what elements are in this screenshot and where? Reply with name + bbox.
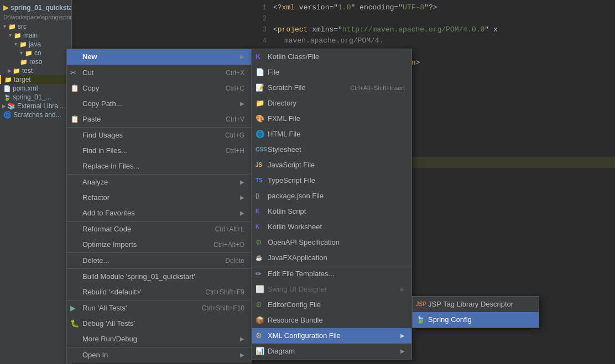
code-line-4: 4 maven.apache.org/POM/4.: [254, 35, 615, 46]
openapi-icon: ⚙: [256, 236, 262, 249]
context-menu: New ▶ ✂ Cut Ctrl+X 📋 Copy Ctrl+C Copy Pa…: [66, 49, 252, 363]
tree-src[interactable]: ▼ 📁 src: [0, 22, 71, 31]
diagram-icon: 📊: [256, 345, 264, 357]
spring-config-icon: 🍃: [416, 314, 425, 326]
menu-item-open-in[interactable]: Open In ▶: [67, 347, 251, 363]
code-line-1: 1 <?xml version="1.0" encoding="UTF-8"?>: [254, 2, 615, 13]
directory-icon: 📁: [256, 97, 264, 109]
menu-item-rebuild[interactable]: Rebuild '<default>' Ctrl+Shift+F9: [67, 284, 251, 300]
js-icon: JS: [256, 159, 262, 171]
project-panel: ▶ spring_01_quickstart D:\workspace\spri…: [0, 0, 72, 364]
diagram-arrow: ▶: [400, 345, 405, 357]
kotlin-class-icon: K: [256, 51, 260, 63]
submenu-editorconfig[interactable]: ⚙ EditorConfig File: [252, 297, 411, 313]
tree-target[interactable]: 📁 target: [0, 75, 71, 84]
scratch-icon: 📝: [256, 82, 264, 94]
submenu-jsp-tag[interactable]: JSP JSP Tag Library Descriptor: [413, 297, 539, 312]
ts-icon: TS: [256, 175, 263, 187]
submenu-new: K Kotlin Class/File 📄 File 📝 Scratch Fil…: [252, 49, 412, 360]
submenu-kotlin-script[interactable]: K Kotlin Script: [252, 204, 411, 219]
submenu-javafx[interactable]: ☕ JavaFXApplication: [252, 250, 411, 266]
project-title: ▶ spring_01_quickstart: [0, 2, 71, 13]
menu-item-add-to-favorites[interactable]: Add to Favorites ▶: [67, 205, 251, 221]
more-run-arrow: ▶: [240, 333, 244, 345]
menu-item-delete[interactable]: Delete... Delete: [67, 252, 251, 268]
submenu-directory[interactable]: 📁 Directory: [252, 96, 411, 111]
open-in-arrow: ▶: [240, 349, 244, 361]
fxml-icon: 🎨: [256, 113, 264, 125]
new-submenu-arrow: ▶: [240, 51, 244, 63]
submenu-swing-ui: ⬜ Swing UI Designer ▶: [252, 282, 411, 297]
submenu-html[interactable]: 🌐 HTML File: [252, 126, 411, 142]
kotlin-script-icon: K: [256, 205, 259, 218]
package-json-icon: {}: [256, 190, 259, 202]
menu-item-reformat[interactable]: Reformat Code Ctrl+Alt+L: [67, 221, 251, 237]
favorites-arrow: ▶: [240, 207, 244, 219]
swing-icon: ⬜: [256, 283, 264, 296]
submenu-resource-bundle[interactable]: 📦 Resource Bundle: [252, 313, 411, 328]
tree-pom[interactable]: 📄 pom.xml: [0, 84, 71, 93]
submenu-edit-templates[interactable]: ✏ Edit File Templates...: [252, 266, 411, 282]
css-icon: CSS: [256, 144, 267, 156]
paste-icon: 📋: [70, 113, 79, 125]
submenu-js[interactable]: JS JavaScript File: [252, 157, 411, 173]
debug-icon: 🐛: [70, 318, 79, 330]
menu-item-new[interactable]: New ▶: [67, 49, 251, 65]
submenu-xml-config[interactable]: ⚙ XML Configuration File ▶: [252, 328, 411, 344]
tree-co[interactable]: ▼ 📁 co: [0, 49, 71, 57]
menu-item-refactor[interactable]: Refactor ▶: [67, 190, 251, 205]
menu-item-copy-path[interactable]: Copy Path... ▶: [67, 96, 251, 112]
file-icon: 📄: [256, 66, 264, 78]
jsp-tag-icon: JSP: [416, 298, 426, 310]
submenu-package-json[interactable]: {} package.json File: [252, 188, 411, 204]
refactor-arrow: ▶: [240, 192, 244, 204]
tree-main[interactable]: ▼ 📁 main: [0, 31, 71, 40]
tree-test[interactable]: ▶ 📁 test: [0, 66, 71, 75]
menu-item-copy[interactable]: 📋 Copy Ctrl+C: [67, 81, 251, 96]
submenu-kotlin-worksheet[interactable]: K Kotlin Worksheet: [252, 219, 411, 235]
copy-icon: 📋: [70, 82, 79, 94]
kotlin-worksheet-icon: K: [256, 221, 259, 233]
submenu-xml-config-panel: JSP JSP Tag Library Descriptor 🍃 Spring …: [412, 296, 539, 328]
submenu-spring-config[interactable]: 🍃 Spring Config: [413, 312, 539, 328]
project-path: D:\workspace\spring\spring_01_quic...: [0, 13, 71, 22]
submenu-kotlin-class[interactable]: K Kotlin Class/File: [252, 49, 411, 65]
javafx-icon: ☕: [256, 252, 262, 264]
menu-item-analyze[interactable]: Analyze ▶: [67, 174, 251, 190]
menu-item-debug-tests[interactable]: 🐛 Debug 'All Tests': [67, 316, 251, 331]
submenu-file[interactable]: 📄 File: [252, 65, 411, 80]
html-icon: 🌐: [256, 128, 264, 140]
xml-config-arrow: ▶: [400, 330, 405, 342]
menu-item-optimize-imports[interactable]: Optimize Imports Ctrl+Alt+O: [67, 237, 251, 252]
resource-bundle-icon: 📦: [256, 314, 264, 326]
menu-item-cut[interactable]: ✂ Cut Ctrl+X: [67, 65, 251, 81]
code-line-2: 2: [254, 13, 615, 24]
cut-icon: ✂: [70, 67, 76, 79]
menu-item-find-in-files[interactable]: Find in Files... Ctrl+H: [67, 143, 251, 159]
submenu-fxml[interactable]: 🎨 FXML File: [252, 111, 411, 126]
tree-scratches[interactable]: 🌀 Scratches and...: [0, 110, 71, 119]
tree-reso[interactable]: 📁 reso: [0, 57, 71, 66]
tree-external[interactable]: ▶ 📚 External Libra...: [0, 102, 71, 110]
menu-item-replace[interactable]: Replace in Files...: [67, 159, 251, 174]
menu-item-more-run[interactable]: More Run/Debug ▶: [67, 331, 251, 347]
xml-config-icon: ⚙: [256, 330, 262, 342]
submenu-diagram[interactable]: 📊 Diagram ▶: [252, 344, 411, 359]
menu-item-find-usages[interactable]: Find Usages Ctrl+G: [67, 127, 251, 143]
tree-spring01[interactable]: 🍃 spring_01_...: [0, 93, 71, 102]
analyze-arrow: ▶: [240, 176, 244, 188]
submenu-ts[interactable]: TS TypeScript File: [252, 173, 411, 188]
copy-path-arrow: ▶: [240, 98, 244, 110]
tree-java[interactable]: ▼ 📁 java: [0, 40, 71, 49]
run-icon: ▶: [70, 302, 76, 314]
submenu-stylesheet[interactable]: CSS Stylesheet: [252, 142, 411, 157]
edit-templates-icon: ✏: [256, 268, 262, 280]
menu-item-paste[interactable]: 📋 Paste Ctrl+V: [67, 112, 251, 127]
menu-item-build-module[interactable]: Build Module 'spring_01_quickstart': [67, 268, 251, 284]
code-line-3: 3 <project xmlns="http://maven.apache.or…: [254, 24, 615, 35]
editorconfig-icon: ⚙: [256, 299, 262, 311]
submenu-openapi[interactable]: ⚙ OpenAPI Specification: [252, 235, 411, 250]
submenu-scratch-file[interactable]: 📝 Scratch File Ctrl+Alt+Shift+Insert: [252, 80, 411, 96]
menu-item-run-tests[interactable]: ▶ Run 'All Tests' Ctrl+Shift+F10: [67, 300, 251, 316]
